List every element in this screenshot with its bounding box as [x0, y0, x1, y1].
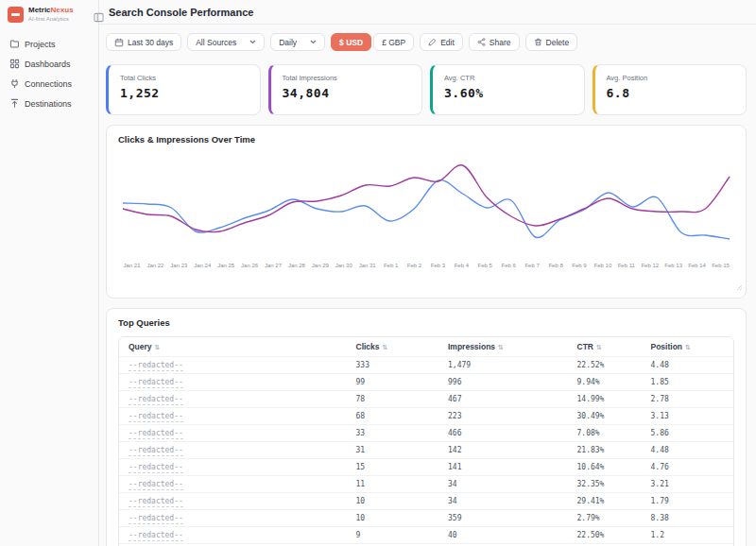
value-cell: 10.64% — [568, 459, 642, 476]
stat-card-avg-ctr: Avg. CTR3.60% — [430, 64, 585, 115]
sidebar-item-label: Projects — [25, 40, 56, 49]
x-tick-label: Feb 8 — [544, 263, 568, 268]
edit-button[interactable]: Edit — [420, 33, 463, 51]
sort-icon: ⇅ — [498, 344, 504, 350]
stat-value: 34,804 — [283, 86, 411, 100]
x-tick-label: Jan 29 — [308, 263, 332, 268]
column-header-impressions[interactable]: Impressions⇅ — [438, 337, 568, 357]
query-cell: --redacted-- — [119, 374, 347, 391]
column-header-clicks[interactable]: Clicks⇅ — [347, 337, 439, 357]
x-tick-label: Jan 28 — [284, 263, 308, 268]
x-tick-label: Feb 2 — [403, 263, 426, 268]
main-area: Search Console Performance Last 30 days … — [99, 0, 756, 546]
value-cell: 68 — [347, 408, 439, 425]
query-cell: --redacted-- — [119, 493, 347, 510]
query-cell: --redacted-- — [119, 459, 347, 476]
x-tick-label: Feb 7 — [521, 263, 544, 268]
value-cell: 2.79% — [568, 510, 642, 527]
resize-grip-icon — [735, 283, 743, 291]
value-cell: 1.2 — [642, 527, 734, 544]
value-cell: 467 — [438, 391, 568, 408]
stat-card-avg-position: Avg. Position6.8 — [593, 64, 747, 115]
sort-icon: ⇅ — [155, 344, 161, 350]
brand-name: MetricNexus — [28, 7, 74, 15]
sidebar-item-destinations[interactable]: Destinations — [8, 95, 91, 111]
value-cell: 1.85 — [642, 374, 734, 391]
value-cell: 7.08% — [568, 425, 642, 442]
query-cell: --redacted-- — [119, 510, 347, 527]
value-cell: 30.49% — [568, 408, 642, 425]
value-cell: 1,479 — [438, 357, 568, 374]
x-tick-label: Feb 1 — [379, 263, 403, 268]
stat-cards: Total Clicks1,252Total Impressions34,804… — [106, 64, 747, 115]
stat-value: 6.8 — [607, 86, 735, 100]
column-header-position[interactable]: Position⇅ — [642, 337, 734, 357]
sidebar-item-connections[interactable]: Connections — [8, 76, 91, 92]
value-cell: 40 — [438, 527, 568, 544]
x-tick-label: Feb 13 — [662, 263, 685, 268]
table-title: Top Queries — [118, 317, 734, 328]
page-title: Search Console Performance — [109, 7, 253, 18]
sort-icon: ⇅ — [685, 344, 691, 350]
calendar-icon — [114, 38, 124, 47]
source-select[interactable]: All Sources — [187, 33, 265, 51]
stat-label: Total Impressions — [283, 74, 411, 82]
x-tick-label: Feb 4 — [450, 263, 473, 268]
value-cell: 29.41% — [568, 493, 642, 510]
sidebar: MetricNexus AI-first Analytics ProjectsD… — [0, 0, 99, 546]
table-row: --redacted--1514110.64%4.76 — [119, 459, 733, 476]
query-cell: --redacted-- — [119, 476, 347, 493]
grid-icon — [9, 59, 20, 69]
currency-usd-button[interactable]: $ USD — [331, 33, 371, 51]
column-header-ctr[interactable]: CTR⇅ — [568, 337, 642, 357]
stat-label: Avg. Position — [607, 74, 735, 82]
x-tick-label: Feb 5 — [473, 263, 497, 268]
x-tick-label: Jan 23 — [167, 263, 191, 268]
table-row: --redacted--94022.50%1.2 — [119, 527, 733, 544]
date-range-button[interactable]: Last 30 days — [106, 33, 181, 51]
query-cell: --redacted-- — [119, 391, 347, 408]
sidebar-item-label: Destinations — [25, 99, 72, 109]
value-cell: 223 — [438, 408, 568, 425]
impressions-line — [123, 165, 730, 232]
column-header-query[interactable]: Query⇅ — [119, 337, 347, 357]
value-cell: 996 — [438, 374, 568, 391]
share-button[interactable]: Share — [469, 33, 520, 51]
value-cell: 359 — [438, 510, 568, 527]
x-tick-label: Feb 3 — [426, 263, 450, 268]
chart-resize-handle[interactable] — [735, 278, 743, 295]
value-cell: 5.86 — [642, 425, 734, 442]
granularity-select[interactable]: Daily — [270, 33, 325, 51]
value-cell: 4.48 — [642, 357, 734, 374]
x-tick-label: Feb 12 — [638, 263, 662, 268]
plug-icon — [9, 78, 20, 89]
sidebar-item-projects[interactable]: Projects — [8, 36, 91, 52]
stat-value: 1,252 — [120, 86, 249, 100]
table-row: --redacted--334667.08%5.86 — [119, 425, 733, 442]
sidebar-nav: ProjectsDashboardsConnectionsDestination… — [8, 36, 91, 111]
chart-x-axis-labels: Jan 21Jan 22Jan 23Jan 24Jan 25Jan 26Jan … — [118, 263, 734, 268]
value-cell: 10 — [347, 510, 439, 527]
x-tick-label: Feb 6 — [497, 263, 521, 268]
chevron-down-icon — [310, 40, 317, 44]
x-tick-label: Feb 15 — [709, 263, 732, 268]
value-cell: 32.35% — [568, 476, 642, 493]
toolbar: Last 30 days All Sources Daily $ USD £ G… — [106, 33, 747, 51]
value-cell: 141 — [438, 459, 568, 476]
x-tick-label: Feb 11 — [614, 263, 638, 268]
value-cell: 333 — [347, 357, 439, 374]
delete-button[interactable]: Delete — [525, 33, 578, 51]
value-cell: 9 — [347, 527, 439, 544]
brand: MetricNexus AI-first Analytics — [8, 7, 91, 23]
x-tick-label: Jan 31 — [355, 263, 379, 268]
chart-title: Clicks & Impressions Over Time — [118, 134, 734, 145]
trash-icon — [534, 38, 542, 46]
currency-gbp-button[interactable]: £ GBP — [373, 33, 414, 51]
sidebar-item-dashboards[interactable]: Dashboards — [8, 56, 91, 72]
value-cell: 78 — [347, 391, 439, 408]
table-row: --redacted--103592.79%8.38 — [119, 510, 733, 527]
table-row: --redacted--103429.41%1.79 — [119, 493, 733, 510]
value-cell: 22.50% — [568, 527, 642, 544]
value-cell: 4.48 — [642, 442, 734, 459]
sidebar-item-label: Dashboards — [25, 60, 71, 69]
